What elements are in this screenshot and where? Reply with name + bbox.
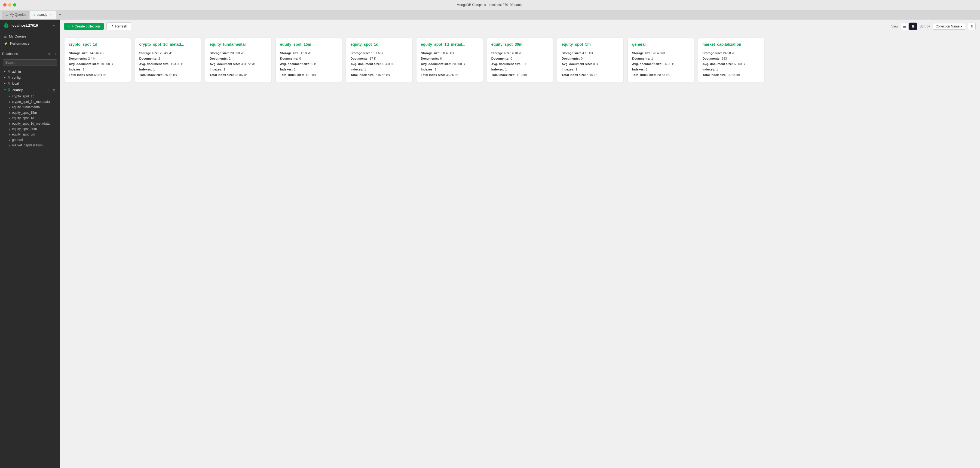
collection-card-name: market_capitalization (703, 42, 760, 46)
database-icon: 🗄 (7, 76, 10, 79)
collection-card-equity_fundamental[interactable]: equity_fundamental Storage size: 208.90 … (205, 38, 272, 83)
sidebar-collection-equity-spot-1d[interactable]: ■ equity_spot_1d (0, 115, 60, 121)
stat-total-index-size: Total index size: 36.86 kB (210, 73, 267, 77)
search-input[interactable] (3, 59, 57, 66)
tab-add-button[interactable]: + (57, 11, 63, 18)
sidebar-item-quantjp[interactable]: ▼ 🗄 quantjp + 🗑 (0, 87, 60, 94)
sidebar-collection-market-capitalization[interactable]: ■ market_capitalization (0, 143, 60, 148)
avg-doc-size-value: 68.00 B (734, 62, 745, 66)
indexes-value: 1 (716, 67, 718, 71)
sidebar-collection-crypto-spot-1d-metadata[interactable]: ■ crypto_spot_1d_metadata (0, 99, 60, 105)
stat-storage-size: Storage size: 4.10 kB (492, 51, 549, 55)
total-index-size-value: 36.86 kB (446, 73, 458, 77)
collection-icon: ■ (9, 144, 10, 147)
stat-total-index-size: Total index size: 65.54 kB (69, 73, 126, 77)
refresh-databases-button[interactable]: ↺ (47, 51, 52, 56)
add-database-button[interactable]: + (53, 51, 58, 56)
sidebar-header: localhost:27019 ··· (0, 20, 60, 31)
storage-size-value: 4.10 kB (512, 51, 522, 55)
collection-card-equity_spot_5m[interactable]: equity_spot_5m Storage size: 4.10 kB Doc… (557, 38, 624, 83)
collection-card-general[interactable]: general Storage size: 20.48 kB Documents… (627, 38, 694, 83)
avg-doc-size-label: Avg. document size: (492, 62, 522, 66)
collection-grid: crypto_spot_1d Storage size: 147.46 kB D… (60, 33, 980, 468)
avg-doc-size-label: Avg. document size: (632, 62, 662, 66)
maximize-button[interactable] (13, 3, 16, 6)
sidebar-item-admin[interactable]: ▶ 🗄 admin (0, 68, 60, 75)
indexes-value: 1 (435, 67, 436, 71)
sidebar-collection-label: equity_spot_1d (12, 116, 34, 120)
collection-card-crypto_spot_1d_metad[interactable]: crypto_spot_1d_metad... Storage size: 20… (135, 38, 202, 83)
stat-avg-doc-size: Avg. document size: 481.72 kB (210, 62, 267, 66)
sidebar-item-performance[interactable]: ⚡ Performance (0, 40, 60, 47)
documents-value: 1 (651, 56, 653, 61)
create-collection-button[interactable]: + + Create collection (64, 23, 104, 30)
sidebar-item-config[interactable]: ▶ 🗄 config (0, 75, 60, 81)
sidebar-collection-general[interactable]: ■ general (0, 137, 60, 143)
tab-quantjp-label: quantjp (37, 13, 47, 17)
sidebar-collection-equity-spot-1d-metadata[interactable]: ■ equity_spot_1d_metadata (0, 121, 60, 126)
chevron-right-icon: ▶ (4, 70, 6, 73)
total-index-size-label: Total index size: (210, 73, 234, 77)
sidebar-collection-label: equity_spot_15m (12, 111, 37, 114)
indexes-value: 1 (505, 67, 507, 71)
sidebar-collection-label: equity_spot_5m (12, 133, 35, 136)
sidebar-collection-crypto-spot-1d[interactable]: ■ crypto_spot_1d (0, 94, 60, 99)
minimize-button[interactable] (8, 3, 11, 6)
storage-size-label: Storage size: (703, 51, 722, 55)
stat-storage-size: Storage size: 1.01 MB (350, 51, 408, 55)
collection-icon: ■ (9, 95, 10, 98)
sort-select[interactable]: Collection Name ▾ (932, 23, 965, 30)
documents-value: 17 K (370, 56, 376, 61)
sidebar-item-my-queries[interactable]: ☰ My Queries (0, 33, 60, 40)
chevron-right-icon: ▶ (4, 76, 6, 79)
chevron-down-icon: ▾ (961, 24, 962, 28)
collection-card-equity_spot_1d_metad[interactable]: equity_spot_1d_metad... Storage size: 20… (416, 38, 483, 83)
grid-view-button[interactable]: ⊞ (909, 22, 917, 30)
sort-direction-button[interactable]: ⇅ (968, 22, 976, 30)
stat-indexes: Indexes: 1 (562, 67, 619, 71)
collection-card-crypto_spot_1d[interactable]: crypto_spot_1d Storage size: 147.46 kB D… (64, 38, 131, 83)
storage-size-label: Storage size: (421, 51, 441, 55)
sidebar-collection-label: market_capitalization (12, 143, 43, 147)
avg-doc-size-value: 66.00 B (663, 62, 674, 66)
mongodb-logo (3, 22, 9, 28)
storage-size-label: Storage size: (69, 51, 89, 55)
collection-icon: ■ (9, 133, 10, 136)
tab-quantjp[interactable]: ● quantjp ✕ (30, 11, 56, 19)
collection-card-equity_spot_15m[interactable]: equity_spot_15m Storage size: 4.10 kB Do… (275, 38, 342, 83)
documents-label: Documents: (632, 56, 650, 61)
stat-total-index-size: Total index size: 36.86 kB (139, 73, 197, 77)
sidebar-more-button[interactable]: ··· (53, 23, 57, 28)
total-index-size-value: 20.48 kB (728, 73, 740, 77)
refresh-button[interactable]: ↺ Refresh (107, 22, 131, 30)
stat-documents: Documents: 17 K (350, 56, 408, 61)
collection-card-equity_spot_1d[interactable]: equity_spot_1d Storage size: 1.01 MB Doc… (346, 38, 412, 83)
add-collection-button[interactable]: + (46, 87, 51, 92)
indexes-label: Indexes: (210, 67, 223, 71)
collection-icon: ■ (9, 122, 10, 125)
query-icon: ☰ (5, 13, 8, 16)
sidebar-collection-equity-spot-30m[interactable]: ■ equity_spot_30m (0, 126, 60, 132)
tab-my-queries[interactable]: ☰ My Queries (2, 11, 29, 19)
stat-indexes: Indexes: 1 (632, 67, 690, 71)
tab-close-icon[interactable]: ✕ (49, 13, 53, 17)
collection-card-market_capitalization[interactable]: market_capitalization Storage size: 24.5… (698, 38, 765, 83)
sidebar-collection-equity-spot-15m[interactable]: ■ equity_spot_15m (0, 110, 60, 115)
indexes-label: Indexes: (703, 67, 715, 71)
close-button[interactable] (3, 3, 6, 6)
stat-storage-size: Storage size: 147.46 kB (69, 51, 126, 55)
toolbar-right: View ☰ ⊞ Sort by Collection Name ▾ ⇅ (891, 22, 976, 30)
delete-database-button[interactable]: 🗑 (51, 87, 56, 92)
stat-avg-doc-size: Avg. document size: 0 B (562, 62, 619, 66)
total-index-size-value: 36.86 kB (235, 73, 247, 77)
total-index-size-value: 4.10 kB (305, 73, 316, 77)
sidebar-item-local[interactable]: ▶ 🗄 local (0, 81, 60, 87)
indexes-label: Indexes: (139, 67, 152, 71)
sidebar-collection-equity-fundamental[interactable]: ■ equity_fundamental (0, 105, 60, 110)
list-view-button[interactable]: ☰ (901, 22, 909, 30)
collection-card-equity_spot_30m[interactable]: equity_spot_30m Storage size: 4.10 kB Do… (487, 38, 554, 83)
refresh-label: Refresh (115, 24, 127, 28)
stat-storage-size: Storage size: 24.58 kB (703, 51, 760, 55)
stat-total-index-size: Total index size: 36.86 kB (421, 73, 478, 77)
sidebar-collection-equity-spot-5m[interactable]: ■ equity_spot_5m (0, 132, 60, 137)
